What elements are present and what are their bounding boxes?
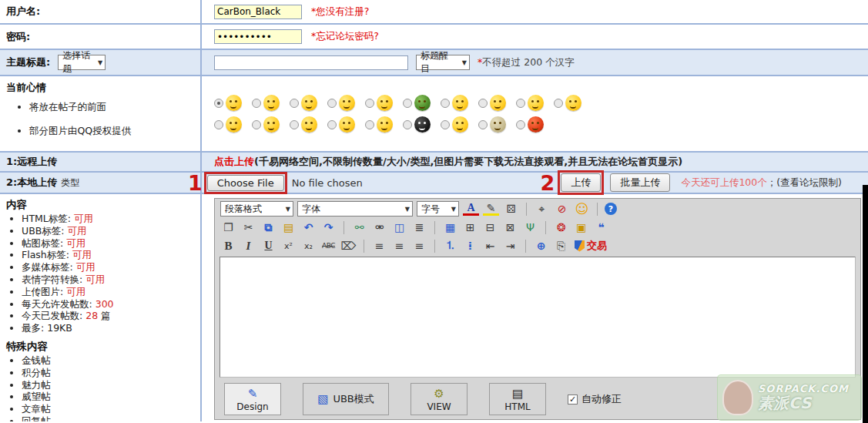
mood-option-blush[interactable] [290, 95, 317, 111]
copy-page-icon[interactable]: ⎘ [553, 238, 569, 253]
mood-option-angry[interactable] [516, 116, 544, 133]
mood-radio-soldier[interactable] [403, 99, 412, 108]
mood-radio-question[interactable] [516, 99, 525, 108]
copy-icon[interactable]: ⧉ [260, 220, 276, 235]
mood-option-tongue[interactable] [365, 95, 393, 111]
username-input[interactable] [214, 5, 302, 19]
mood-option-ponder[interactable] [214, 116, 242, 133]
indent-icon[interactable]: ⇥ [502, 238, 518, 253]
mood-radio-smile[interactable] [214, 99, 223, 108]
autofix-checkbox-wrap[interactable]: ✓ 自动修正 [568, 392, 622, 406]
username-hint[interactable]: *您没有注册? [311, 5, 369, 18]
html-mode-button[interactable]: ▤ HTML [489, 383, 546, 415]
mood-radio-sleepy[interactable] [478, 99, 488, 108]
paste-icon[interactable]: ▤ [280, 220, 297, 235]
comment-bubble-icon[interactable]: ❝ [593, 220, 609, 235]
subscript-icon[interactable]: x₂ [300, 238, 317, 253]
mood-radio-snicker[interactable] [252, 99, 261, 108]
title-input[interactable] [214, 55, 408, 70]
unordered-list-icon[interactable]: ⁞ [462, 238, 478, 253]
table-insert-row-icon[interactable]: ⊞ [462, 220, 478, 235]
horizontal-rule-icon[interactable]: ≣ [411, 220, 427, 235]
mood-option-grumpy[interactable] [252, 116, 280, 133]
mood-radio-grumpy[interactable] [252, 120, 261, 129]
superscript-icon[interactable]: x² [280, 238, 297, 253]
ubb-mode-button[interactable]: ▧ UBB模式 [303, 383, 389, 415]
title-style-select[interactable]: 标题醒目▼ [416, 55, 470, 70]
mood-option-surprised[interactable] [554, 95, 581, 111]
topic-select[interactable]: 选择话题▼ [58, 55, 106, 70]
design-mode-button[interactable]: ✎ Design [224, 383, 281, 415]
view-mode-button[interactable]: ⚙ VIEW [411, 383, 468, 415]
table-delete-cell-icon[interactable]: ⊠ [502, 220, 518, 235]
mood-option-sad[interactable] [441, 116, 468, 133]
mood-radio-hammer[interactable] [478, 120, 488, 129]
mood-radio-penguin[interactable] [403, 120, 412, 129]
mood-radio-wailing[interactable] [327, 120, 337, 129]
special-insert-icon[interactable]: ⚄ [503, 201, 519, 217]
mood-radio-angry[interactable] [516, 120, 525, 129]
mood-radio-ponder[interactable] [214, 120, 223, 129]
mood-option-smile[interactable] [214, 95, 242, 111]
mood-radio-blush[interactable] [290, 99, 299, 108]
insert-template-icon[interactable]: ⊕ [533, 238, 549, 253]
mood-option-question[interactable] [516, 95, 544, 111]
mood-radio-flushed[interactable] [441, 99, 450, 108]
password-input[interactable] [214, 29, 302, 44]
smiley-icon[interactable]: ☺ [574, 201, 590, 217]
password-hint[interactable]: *忘记论坛密码? [311, 30, 379, 43]
highlight-icon[interactable]: ✎ [483, 203, 499, 216]
insert-table-icon[interactable]: ▦ [442, 220, 458, 235]
editor-content[interactable] [220, 257, 856, 378]
eraser-icon[interactable]: ⌦ [340, 238, 357, 253]
redo-icon[interactable]: ↷ [320, 220, 337, 235]
forum-limit-link[interactable]: ；(查看论坛限制) [767, 176, 842, 190]
table-merge-cells-icon[interactable]: Ψ [522, 220, 538, 235]
find-icon[interactable]: ⌖ [534, 201, 550, 217]
choose-file-button[interactable]: Choose File [207, 175, 284, 191]
cut-icon[interactable]: ✂ [240, 220, 256, 235]
mood-option-snicker[interactable] [252, 95, 280, 111]
mood-radio-surprised[interactable] [554, 99, 563, 108]
italic-icon[interactable]: I [240, 238, 256, 253]
batch-upload-button[interactable]: 批量上传 [610, 173, 670, 192]
remove-link-icon[interactable]: ⚮ [371, 220, 387, 235]
align-left-icon[interactable]: ≡ [371, 238, 387, 253]
new-document-icon[interactable]: ❐ [220, 220, 236, 235]
underline-icon[interactable]: U [260, 238, 276, 253]
upload-button[interactable]: 上传 [561, 173, 601, 192]
mood-option-penguin[interactable] [403, 116, 431, 133]
media-panel-icon[interactable]: ▣ [573, 220, 589, 235]
mood-option-wailing[interactable] [327, 116, 355, 133]
mood-option-hammer[interactable] [478, 116, 506, 133]
remote-upload-link[interactable]: 点击上传 [214, 155, 254, 169]
mood-option-flushed[interactable] [441, 95, 468, 111]
forbid-icon[interactable]: ⊘ [554, 201, 570, 217]
align-center-icon[interactable]: ≡ [391, 238, 407, 253]
trade-button[interactable]: 交易 [575, 239, 607, 253]
mood-option-heart-eyes[interactable] [327, 95, 355, 111]
mood-radio-heart-eyes[interactable] [327, 99, 337, 108]
outdent-icon[interactable]: ⇤ [482, 238, 498, 253]
font-color-icon[interactable]: A [463, 203, 479, 216]
mood-radio-sad[interactable] [441, 120, 450, 129]
bold-icon[interactable]: B [220, 238, 236, 253]
mood-option-sweat[interactable] [365, 116, 393, 133]
insert-link-icon[interactable]: ⚯ [351, 220, 367, 235]
paragraph-format-select[interactable]: 段落格式▼ [220, 201, 293, 217]
ordered-list-icon[interactable]: ⒈ [442, 238, 458, 253]
color-wheel-icon[interactable]: ❂ [553, 220, 569, 235]
help-icon[interactable]: ? [605, 203, 617, 215]
undo-icon[interactable]: ↶ [300, 220, 317, 235]
font-family-select[interactable]: 字体▼ [297, 201, 413, 217]
insert-image-icon[interactable]: ◫ [391, 220, 407, 235]
mood-option-sobbing[interactable] [290, 116, 317, 133]
mood-radio-sweat[interactable] [365, 120, 374, 129]
align-right-icon[interactable]: ≡ [411, 238, 427, 253]
font-size-select[interactable]: 字号▼ [417, 201, 459, 217]
strikethrough-icon[interactable]: ABC [320, 238, 337, 253]
mood-radio-tongue[interactable] [365, 99, 374, 108]
autofix-checkbox[interactable]: ✓ [568, 394, 578, 405]
mood-option-soldier[interactable] [403, 95, 431, 111]
mood-radio-sobbing[interactable] [290, 120, 299, 129]
